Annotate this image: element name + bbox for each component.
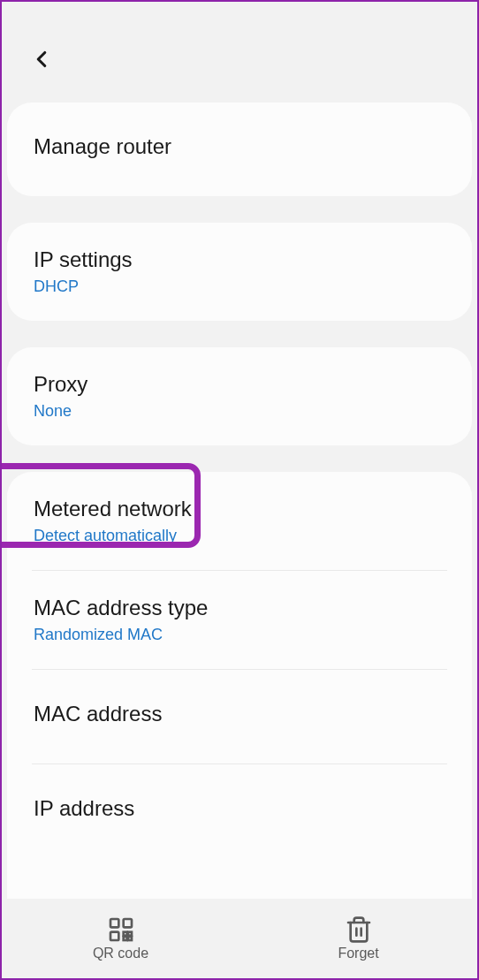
ip-settings-card[interactable]: IP settings DHCP bbox=[7, 223, 472, 321]
bottom-bar: QR code Forget bbox=[2, 899, 477, 978]
metered-network-value: Detect automatically bbox=[34, 527, 445, 545]
svg-rect-6 bbox=[128, 932, 132, 936]
metered-network-title: Metered network bbox=[34, 497, 445, 521]
proxy-item: Proxy None bbox=[7, 347, 472, 445]
svg-rect-1 bbox=[123, 919, 131, 927]
svg-rect-0 bbox=[110, 919, 118, 927]
mac-address-title: MAC address bbox=[34, 702, 445, 726]
ip-address-title: IP address bbox=[34, 796, 445, 821]
manage-router-card[interactable]: Manage router bbox=[7, 103, 472, 196]
svg-rect-5 bbox=[123, 937, 126, 940]
proxy-title: Proxy bbox=[34, 372, 445, 397]
forget-button[interactable]: Forget bbox=[240, 899, 477, 978]
proxy-card[interactable]: Proxy None bbox=[7, 347, 472, 445]
qr-code-icon bbox=[107, 915, 135, 944]
mac-address-type-value: Randomized MAC bbox=[34, 626, 445, 644]
ip-settings-title: IP settings bbox=[34, 247, 445, 272]
qr-code-button[interactable]: QR code bbox=[2, 899, 240, 978]
ip-address-item[interactable]: IP address bbox=[7, 764, 472, 858]
network-details-card: Metered network Detect automatically MAC… bbox=[7, 472, 472, 929]
trash-icon bbox=[345, 915, 373, 944]
svg-rect-3 bbox=[123, 932, 126, 936]
ip-settings-value: DHCP bbox=[34, 277, 445, 296]
mac-address-item[interactable]: MAC address bbox=[7, 670, 472, 763]
metered-network-item[interactable]: Metered network Detect automatically bbox=[7, 472, 472, 570]
forget-label: Forget bbox=[338, 946, 378, 961]
mac-address-type-item[interactable]: MAC address type Randomized MAC bbox=[7, 571, 472, 669]
back-button[interactable] bbox=[28, 46, 451, 76]
proxy-value: None bbox=[34, 402, 445, 421]
ip-settings-item: IP settings DHCP bbox=[7, 223, 472, 321]
mac-address-type-title: MAC address type bbox=[34, 596, 445, 620]
manage-router-title: Manage router bbox=[34, 134, 445, 159]
svg-rect-2 bbox=[110, 932, 118, 940]
header bbox=[2, 2, 477, 103]
back-arrow-icon bbox=[28, 46, 55, 72]
svg-rect-4 bbox=[128, 937, 132, 940]
qr-code-label: QR code bbox=[93, 946, 148, 961]
manage-router-item: Manage router bbox=[7, 103, 472, 196]
